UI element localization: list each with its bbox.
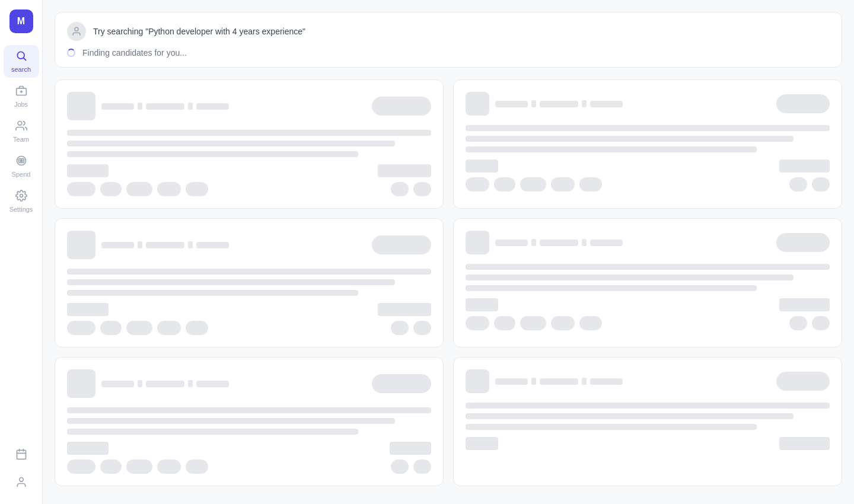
card-5-action xyxy=(372,374,431,393)
card-2-sep1 xyxy=(531,100,536,107)
card-4-role xyxy=(540,240,578,246)
card-4-sep1 xyxy=(531,239,536,246)
card-1-footer-right xyxy=(378,164,431,177)
card-5-footer-right xyxy=(390,442,431,455)
app-logo: M xyxy=(9,9,33,33)
card-1-sep1 xyxy=(138,103,142,110)
card-4-footer-right xyxy=(779,298,830,311)
sidebar-item-spend[interactable]: Spend xyxy=(4,150,39,183)
card-1-tags xyxy=(67,182,431,196)
search-query-text: Try searching "Python developer with 4 y… xyxy=(93,27,305,36)
card-4-line2 xyxy=(466,275,794,280)
card-3-tag2 xyxy=(100,321,122,335)
card-6-sub xyxy=(590,378,623,385)
card-6-sep1 xyxy=(531,378,536,385)
card-4-name-block xyxy=(495,239,623,246)
card-2-sub xyxy=(590,101,623,107)
card-2-tag3 xyxy=(520,177,546,192)
card-3-tag7 xyxy=(413,321,431,335)
card-3-footer-left xyxy=(67,303,109,316)
sidebar-item-calendar[interactable] xyxy=(4,444,39,467)
card-2-line2 xyxy=(466,136,794,142)
card-4-sub xyxy=(590,240,623,246)
card-4-action xyxy=(776,233,830,252)
card-4-header xyxy=(466,231,830,254)
card-3-header xyxy=(67,231,431,259)
card-3-footer-right xyxy=(378,303,431,316)
card-2-tag6 xyxy=(789,177,807,192)
card-1-tag7 xyxy=(413,182,431,196)
card-5-sep2 xyxy=(188,380,193,387)
card-5-header xyxy=(67,369,431,398)
card-1-name xyxy=(101,103,134,110)
card-5-btn xyxy=(372,374,431,393)
card-2-name-block xyxy=(495,100,623,107)
sidebar-item-settings-label: Settings xyxy=(9,206,33,213)
search-banner: Try searching "Python developer with 4 y… xyxy=(55,12,842,68)
card-1-btn xyxy=(372,97,431,116)
card-5-tag4 xyxy=(157,460,181,474)
card-5-line3 xyxy=(67,429,358,435)
card-2-tag2 xyxy=(494,177,515,192)
card-5-tags xyxy=(67,460,431,474)
svg-point-5 xyxy=(18,122,22,126)
card-5-tag2 xyxy=(100,460,122,474)
card-2-role xyxy=(540,101,578,107)
candidate-card-2 xyxy=(453,79,842,209)
card-4-line3 xyxy=(466,285,757,291)
sidebar-item-jobs[interactable]: Jobs xyxy=(4,80,39,113)
card-6-name-block xyxy=(495,378,623,385)
card-1-name-block xyxy=(101,103,229,110)
card-6-footer-left xyxy=(466,437,498,450)
card-5-line1 xyxy=(67,407,431,413)
card-3-sep2 xyxy=(188,241,193,248)
sidebar-item-profile[interactable] xyxy=(4,471,39,495)
card-3-tag1 xyxy=(67,321,95,335)
card-5-avatar xyxy=(67,369,95,398)
card-5-footer xyxy=(67,442,431,455)
card-6-line1 xyxy=(466,403,830,409)
settings-icon xyxy=(15,190,27,203)
card-6-action xyxy=(776,372,830,391)
sidebar-item-search[interactable]: search xyxy=(4,45,39,78)
card-1-tag3 xyxy=(126,182,152,196)
sidebar-item-search-label: search xyxy=(11,66,31,73)
card-6-line2 xyxy=(466,413,794,419)
card-4-tag5 xyxy=(579,316,602,330)
loading-text: Finding candidates for you... xyxy=(82,48,187,58)
svg-point-15 xyxy=(75,27,78,31)
card-1-tag4 xyxy=(157,182,181,196)
card-1-line3 xyxy=(67,151,358,157)
card-2-footer-left xyxy=(466,160,498,173)
card-5-sep1 xyxy=(138,380,142,387)
svg-line-1 xyxy=(23,58,26,60)
card-4-tag1 xyxy=(466,316,489,330)
sidebar-bottom xyxy=(4,444,39,495)
card-3-sub xyxy=(196,242,229,248)
card-1-tag6 xyxy=(391,182,409,196)
card-1-tag2 xyxy=(100,182,122,196)
card-4-name xyxy=(495,240,528,246)
card-3-tag6 xyxy=(391,321,409,335)
card-1-role xyxy=(146,103,184,110)
candidate-card-3 xyxy=(55,218,444,347)
card-5-name xyxy=(101,381,134,387)
candidate-card-6 xyxy=(453,357,842,486)
card-6-sep2 xyxy=(582,378,587,385)
card-4-avatar xyxy=(466,231,489,254)
card-6-footer xyxy=(466,437,830,450)
card-3-line3 xyxy=(67,290,358,296)
card-5-tag6 xyxy=(391,460,409,474)
card-6-header xyxy=(466,369,830,393)
jobs-icon xyxy=(15,85,27,98)
sidebar-item-settings[interactable]: Settings xyxy=(4,185,39,218)
card-2-footer xyxy=(466,160,830,173)
card-3-line2 xyxy=(67,279,395,285)
card-1-footer-left xyxy=(67,164,109,177)
card-4-tags xyxy=(466,316,830,330)
card-6-avatar xyxy=(466,369,489,393)
card-1-footer xyxy=(67,164,431,177)
card-1-line1 xyxy=(67,130,431,136)
sidebar-item-team[interactable]: Team xyxy=(4,115,39,148)
card-4-tag3 xyxy=(520,316,546,330)
